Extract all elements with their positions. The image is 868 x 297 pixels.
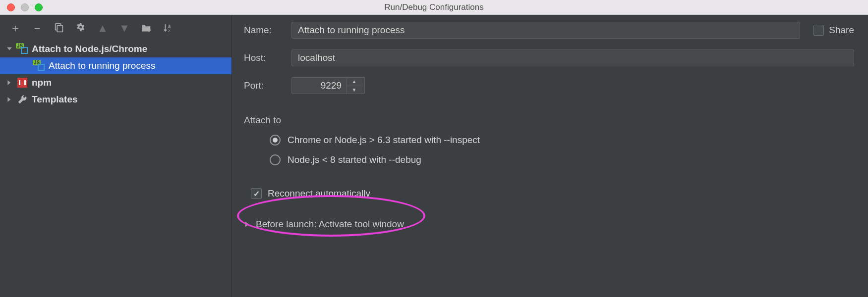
port-spinner[interactable]: ▲ ▼ bbox=[291, 77, 365, 94]
radio-button[interactable] bbox=[270, 154, 281, 165]
port-label: Port: bbox=[244, 80, 291, 91]
share-label: Share bbox=[829, 25, 854, 36]
svg-rect-3 bbox=[147, 30, 151, 31]
reconnect-label: Reconnect automatically bbox=[268, 188, 370, 199]
name-label: Name: bbox=[244, 25, 291, 36]
tree-node-label: npm bbox=[32, 77, 52, 88]
reconnect-checkbox-row[interactable]: Reconnect automatically bbox=[251, 188, 854, 199]
configurations-toolbar: ＋ － ▲ ▼ az bbox=[0, 15, 231, 40]
titlebar: Run/Debug Configurations bbox=[0, 0, 868, 15]
sort-button[interactable]: az bbox=[162, 22, 174, 35]
port-input[interactable] bbox=[292, 78, 347, 94]
attach-to-section-label: Attach to bbox=[244, 115, 854, 126]
nodejs-chrome-icon: JS bbox=[34, 60, 45, 71]
window-title: Run/Debug Configurations bbox=[0, 2, 868, 12]
remove-button[interactable]: － bbox=[31, 22, 44, 35]
chevron-right-icon bbox=[6, 79, 13, 86]
nodejs-chrome-icon: JS bbox=[17, 44, 28, 54]
radio-label: Node.js < 8 started with --debug bbox=[288, 154, 421, 165]
close-window-button[interactable] bbox=[7, 3, 15, 11]
left-panel: ＋ － ▲ ▼ az bbox=[0, 15, 232, 297]
zoom-window-button[interactable] bbox=[35, 3, 43, 11]
share-checkbox-row[interactable]: Share bbox=[813, 25, 854, 36]
port-row: Port: ▲ ▼ bbox=[244, 77, 854, 94]
name-row: Name: Share bbox=[244, 22, 854, 39]
tree-node-label: Templates bbox=[32, 94, 78, 105]
move-up-button[interactable]: ▲ bbox=[96, 22, 109, 35]
configuration-form: Name: Share Host: Port: ▲ ▼ bbox=[232, 15, 868, 297]
chevron-right-icon bbox=[244, 221, 251, 228]
tree-node-attach-nodejs-chrome[interactable]: JS Attach to Node.js/Chrome bbox=[0, 41, 231, 57]
tree-node-label: Attach to running process bbox=[49, 60, 155, 71]
chevron-down-icon bbox=[6, 46, 13, 52]
svg-text:z: z bbox=[168, 28, 171, 33]
tree-node-npm[interactable]: npm bbox=[0, 74, 231, 91]
host-row: Host: bbox=[244, 50, 854, 66]
before-launch-label: Before launch: Activate tool window bbox=[256, 219, 404, 230]
host-label: Host: bbox=[244, 52, 291, 63]
npm-icon bbox=[17, 77, 28, 88]
radio-button[interactable] bbox=[270, 135, 281, 146]
wrench-icon bbox=[17, 94, 28, 105]
tree-node-templates[interactable]: Templates bbox=[0, 91, 231, 108]
tree-node-attach-running-process[interactable]: JS Attach to running process bbox=[0, 57, 231, 74]
workarea: ＋ － ▲ ▼ az bbox=[0, 15, 868, 297]
reconnect-checkbox[interactable] bbox=[251, 188, 262, 199]
before-launch-section[interactable]: Before launch: Activate tool window bbox=[244, 219, 854, 230]
share-checkbox[interactable] bbox=[813, 25, 824, 36]
copy-button[interactable] bbox=[53, 22, 65, 35]
radio-label: Chrome or Node.js > 6.3 started with --i… bbox=[288, 135, 480, 146]
configurations-tree[interactable]: JS Attach to Node.js/Chrome JS Attach to… bbox=[0, 40, 231, 297]
port-spin-buttons: ▲ ▼ bbox=[347, 78, 361, 94]
main-split: ＋ － ▲ ▼ az bbox=[0, 15, 868, 297]
port-step-up[interactable]: ▲ bbox=[347, 78, 361, 86]
host-input[interactable] bbox=[291, 50, 854, 66]
port-step-down[interactable]: ▼ bbox=[347, 86, 361, 94]
tree-node-label: Attach to Node.js/Chrome bbox=[32, 44, 147, 54]
window-controls bbox=[0, 3, 43, 11]
minimize-window-button[interactable] bbox=[21, 3, 29, 11]
attach-radio-inspect[interactable]: Chrome or Node.js > 6.3 started with --i… bbox=[270, 135, 854, 146]
attach-radio-debug[interactable]: Node.js < 8 started with --debug bbox=[270, 154, 854, 165]
chevron-right-icon bbox=[6, 96, 13, 103]
folder-button[interactable] bbox=[140, 22, 153, 35]
name-input[interactable] bbox=[291, 22, 800, 39]
move-down-button[interactable]: ▼ bbox=[118, 22, 131, 35]
svg-rect-1 bbox=[57, 26, 62, 32]
add-button[interactable]: ＋ bbox=[9, 22, 22, 35]
edit-defaults-button[interactable] bbox=[74, 22, 87, 35]
